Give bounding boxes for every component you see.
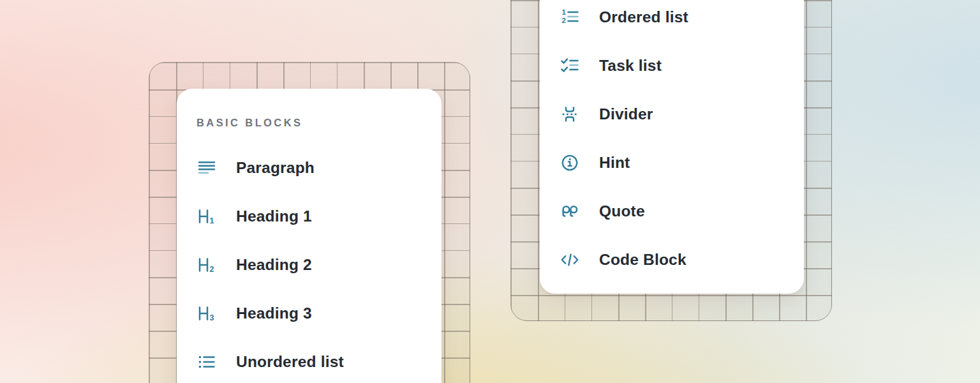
menu-item-paragraph[interactable]: Paragraph [177, 155, 442, 181]
blocks-menu-card-continued: 1 2 Ordered list Task list [540, 0, 804, 294]
menu-item-label: Hint [599, 154, 630, 172]
menu-item-label: Unordered list [236, 353, 344, 371]
illustration-canvas: BASIC BLOCKS Paragraph 1 Heading 1 [0, 0, 980, 383]
ordered-list-icon: 1 2 [559, 6, 581, 28]
menu-item-ordered-list[interactable]: 1 2 Ordered list [540, 4, 804, 30]
heading-2-icon: 2 [196, 254, 218, 276]
basic-blocks-menu-card: BASIC BLOCKS Paragraph 1 Heading 1 [177, 89, 442, 383]
menu-item-divider[interactable]: Divider [540, 101, 804, 127]
menu-item-label: Heading 2 [236, 256, 312, 274]
gradient-background [0, 0, 980, 383]
menu-item-label: Heading 1 [236, 207, 312, 225]
ordered-list-digit-1: 1 [562, 8, 567, 16]
heading-1-subscript: 1 [210, 216, 214, 225]
menu-item-label: Ordered list [599, 8, 688, 26]
heading-1-icon: 1 [196, 206, 218, 227]
code-block-icon [559, 249, 581, 271]
menu-item-label: Heading 3 [236, 304, 312, 322]
menu-item-heading-3[interactable]: 3 Heading 3 [177, 301, 442, 326]
menu-item-code-block[interactable]: Code Block [540, 247, 804, 273]
quote-icon [559, 200, 581, 222]
unordered-list-icon [196, 351, 218, 373]
hint-icon [559, 152, 581, 174]
ordered-list-digit-2: 2 [562, 17, 566, 24]
menu-item-unordered-list[interactable]: Unordered list [177, 349, 442, 375]
menu-item-hint[interactable]: Hint [540, 150, 804, 176]
menu-item-label: Task list [599, 57, 662, 75]
menu-item-label: Quote [599, 202, 645, 220]
paragraph-icon [196, 157, 218, 179]
section-label-basic-blocks: BASIC BLOCKS [197, 117, 302, 130]
menu-item-heading-1[interactable]: 1 Heading 1 [177, 204, 442, 229]
heading-2-subscript: 2 [210, 265, 214, 274]
menu-item-label: Divider [599, 105, 653, 123]
heading-3-subscript: 3 [210, 313, 214, 322]
menu-item-heading-2[interactable]: 2 Heading 2 [177, 252, 442, 278]
task-list-icon [559, 55, 581, 77]
menu-item-quote[interactable]: Quote [540, 199, 804, 224]
divider-icon [559, 103, 581, 125]
menu-item-task-list[interactable]: Task list [540, 53, 804, 79]
menu-item-label: Paragraph [236, 159, 315, 177]
heading-3-icon: 3 [196, 303, 218, 324]
menu-item-label: Code Block [599, 251, 687, 269]
